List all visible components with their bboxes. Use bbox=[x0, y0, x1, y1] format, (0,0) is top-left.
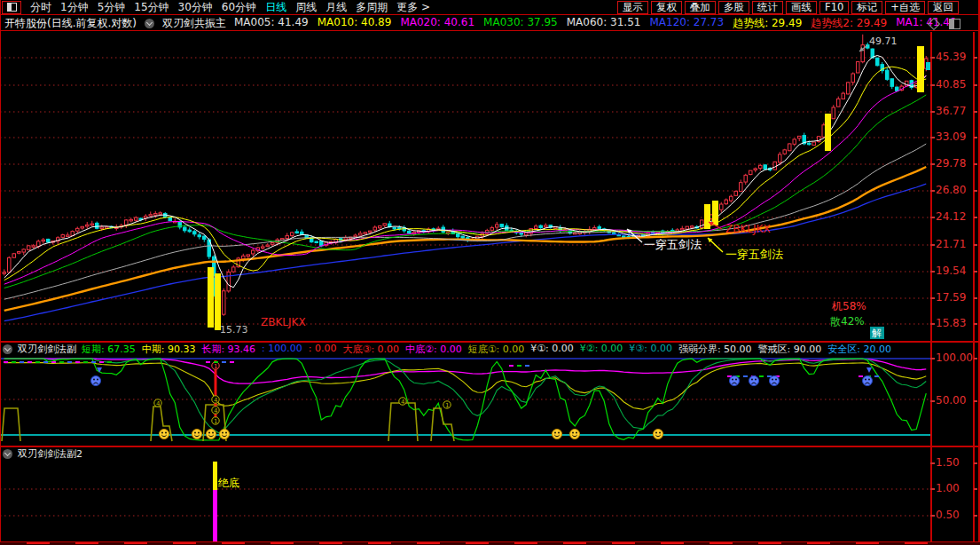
main-chart-canvas[interactable]: 49.7115.73ZBKLJKXZBKLJKX一穿五剑法一穿五剑法机58%散4… bbox=[0, 32, 930, 341]
panel1-stats: 短期: 67.35中期: 90.33长期: 93.46: 100.00: 0.0… bbox=[82, 343, 891, 355]
panel2-axis-label-0: 1.50 bbox=[936, 457, 973, 469]
svg-text:4: 4 bbox=[214, 397, 218, 404]
ma-values: MA005: 41.49MA010: 40.89MA020: 40.61MA03… bbox=[234, 16, 957, 31]
panel2-title: 双刃剑剑法副2 bbox=[18, 447, 82, 460]
menu-period-8[interactable]: 月线 bbox=[321, 0, 351, 15]
right-strip-line bbox=[973, 32, 975, 542]
ma-value-1: MA010: 40.89 bbox=[318, 16, 392, 31]
svg-text:机58%: 机58% bbox=[831, 300, 866, 312]
ma-value-7: 趋势线2: 29.49 bbox=[811, 16, 887, 31]
panel2-canvas[interactable]: 绝底 bbox=[0, 460, 930, 541]
panel1-stat-5: 大底③: 0.00 bbox=[343, 343, 400, 355]
svg-text:1: 1 bbox=[214, 363, 217, 370]
panel2-axis-label-1: 1.00 bbox=[936, 483, 973, 494]
svg-text:1: 1 bbox=[445, 402, 449, 409]
toolbar-button-0[interactable]: 显示 bbox=[617, 1, 648, 14]
left-edge-border bbox=[0, 0, 1, 545]
panel1-stat-6: 中底②: 0.00 bbox=[405, 343, 462, 355]
svg-text:15.73: 15.73 bbox=[220, 324, 248, 336]
panel1-stat-10: ¥③: 0.00 bbox=[629, 343, 672, 355]
toolbar-button-1[interactable]: 复权 bbox=[651, 1, 682, 14]
menu-period-9[interactable]: 多周期 bbox=[351, 0, 392, 15]
menu-period-1[interactable]: 1分钟 bbox=[56, 0, 93, 15]
top-menu-bar: 分时1分钟5分钟15分钟30分钟60分钟日线周线月线多周期更多 > 显示复权叠加… bbox=[0, 0, 980, 15]
menu-period-5[interactable]: 60分钟 bbox=[217, 0, 261, 15]
split-window-icon[interactable] bbox=[949, 19, 960, 29]
svg-text:散42%: 散42% bbox=[830, 315, 865, 328]
main-indicator-name[interactable]: 双刃剑共振主 bbox=[162, 16, 226, 31]
panel1-stat-11: 强弱分界: 50.00 bbox=[678, 343, 752, 355]
svg-text:解: 解 bbox=[872, 328, 882, 339]
toolbar-button-4[interactable]: 统计 bbox=[752, 1, 783, 14]
app-window: 分时1分钟5分钟15分钟30分钟60分钟日线周线月线多周期更多 > 显示复权叠加… bbox=[0, 0, 980, 545]
price-axis-label-9: 17.59 bbox=[936, 292, 973, 304]
price-axis-label-5: 26.80 bbox=[936, 185, 973, 196]
toolbar-button-6[interactable]: F10 bbox=[819, 1, 849, 14]
price-axis-label-0: 45.39 bbox=[936, 51, 973, 63]
panel1-stat-7: 短底①: 0.00 bbox=[468, 343, 525, 355]
ma-value-3: MA030: 37.95 bbox=[483, 16, 558, 31]
diamond-icon[interactable] bbox=[928, 18, 940, 30]
svg-text:一穿五剑法: 一穿五剑法 bbox=[725, 248, 783, 261]
panel1-header: 双刃剑剑法副 短期: 67.35中期: 90.33长期: 93.46: 100.… bbox=[3, 343, 925, 355]
infobar-icons bbox=[929, 19, 960, 29]
menu-period-6[interactable]: 日线 bbox=[261, 0, 291, 15]
menu-period-2[interactable]: 5分钟 bbox=[93, 0, 130, 15]
axis-separator-line bbox=[930, 32, 932, 542]
menu-period-7[interactable]: 周线 bbox=[291, 0, 321, 15]
price-axis-label-10: 15.83 bbox=[936, 318, 973, 329]
panel1-axis-label-0: 100.00 bbox=[936, 352, 973, 364]
panel2-header: 双刃剑剑法副2 bbox=[3, 447, 925, 460]
ma-value-5: MA120: 27.73 bbox=[649, 16, 724, 31]
ma-value-2: MA020: 40.61 bbox=[400, 16, 474, 31]
price-axis-label-6: 24.12 bbox=[936, 211, 973, 223]
ma-value-4: MA060: 31.51 bbox=[567, 16, 641, 31]
menu-period-4[interactable]: 30分钟 bbox=[174, 0, 217, 15]
menu-period-0[interactable]: 分时 bbox=[26, 0, 56, 15]
panel1-canvas[interactable]: 1444141 bbox=[0, 355, 930, 446]
panel1-collapse-icon[interactable] bbox=[3, 344, 12, 354]
svg-text:49.71: 49.71 bbox=[869, 36, 898, 47]
panel2-collapse-icon[interactable] bbox=[3, 449, 12, 459]
panel1-stat-13: 安全区: 20.00 bbox=[827, 343, 891, 355]
panel1-stat-8: ¥①: 0.00 bbox=[530, 343, 574, 355]
panel1-stat-1: 中期: 90.33 bbox=[142, 343, 196, 355]
toolbar-button-8[interactable]: +自选 bbox=[885, 1, 925, 14]
period-menu: 分时1分钟5分钟15分钟30分钟60分钟日线周线月线多周期更多 > bbox=[26, 0, 435, 15]
panel1-axis-label-1: 50.00 bbox=[936, 395, 973, 407]
price-axis-label-3: 33.09 bbox=[936, 131, 973, 143]
svg-text:一穿五剑法: 一穿五剑法 bbox=[644, 238, 702, 251]
price-axis-label-4: 29.78 bbox=[936, 158, 973, 170]
panel1-stat-4: : 0.00 bbox=[309, 343, 337, 355]
toolbar-buttons: 显示复权叠加多股统计画线F10标记+自选返回 bbox=[615, 1, 959, 14]
panel1-stat-12: 警戒区: 90.00 bbox=[758, 343, 822, 355]
toolbar-button-3[interactable]: 多股 bbox=[718, 1, 749, 14]
info-bar: 开特股份(日线.前复权.对数) 双刃剑共振主 MA005: 41.49MA010… bbox=[0, 16, 980, 31]
ma-value-0: MA005: 41.49 bbox=[234, 16, 309, 31]
price-axis-label-8: 19.54 bbox=[936, 265, 973, 277]
svg-text:ZBKLJKX: ZBKLJKX bbox=[261, 316, 306, 328]
svg-text:ZBKLJKX: ZBKLJKX bbox=[725, 223, 771, 235]
panel2-marker-label: 绝底 bbox=[217, 477, 239, 489]
panel1-stat-9: ¥②: 0.00 bbox=[580, 343, 623, 355]
panel1-stat-3: : 100.00 bbox=[262, 343, 302, 355]
panel1-stat-0: 短期: 67.35 bbox=[82, 343, 136, 355]
menu-period-3[interactable]: 15分钟 bbox=[129, 0, 173, 15]
toolbar-button-5[interactable]: 画线 bbox=[786, 1, 817, 14]
svg-text:4: 4 bbox=[214, 407, 218, 415]
svg-text:4: 4 bbox=[401, 399, 405, 406]
panel1-title: 双刃剑剑法副 bbox=[18, 343, 76, 355]
svg-text:4: 4 bbox=[156, 400, 161, 407]
price-axis-label-1: 40.85 bbox=[936, 79, 973, 91]
stock-title[interactable]: 开特股份(日线.前复权.对数) bbox=[4, 16, 137, 31]
toolbar-button-2[interactable]: 叠加 bbox=[685, 1, 716, 14]
toolbar-button-7[interactable]: 标记 bbox=[851, 1, 882, 14]
chevron-down-icon[interactable] bbox=[145, 19, 154, 28]
price-axis-label-7: 21.71 bbox=[936, 239, 973, 250]
price-axis-label-2: 36.77 bbox=[936, 106, 973, 117]
panel1-stat-2: 长期: 93.46 bbox=[201, 343, 255, 355]
toolbar-button-9[interactable]: 返回 bbox=[928, 1, 959, 14]
menu-period-10[interactable]: 更多 > bbox=[392, 0, 435, 15]
panel2-axis-label-2: 0.50 bbox=[936, 509, 973, 521]
window-icon[interactable] bbox=[2, 1, 21, 14]
